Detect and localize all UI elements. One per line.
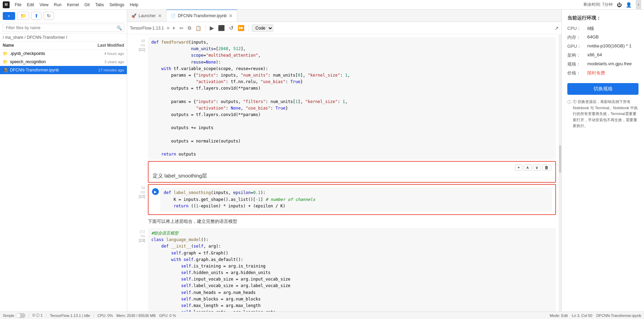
arch-label: 架构： <box>567 52 585 58</box>
list-item[interactable]: 📓 DFCNN-Transformer.ipynb 17 minutes ago <box>0 66 127 74</box>
status-bar: Simple 0 ⓘ 1 TensorFlow-1.13.1 | Idle CP… <box>0 311 644 319</box>
file-list: 📁 .ipynb_checkpoints 4 hours ago 📁 speec… <box>0 49 127 311</box>
code-cell-content[interactable]: def label_smoothing(inputs, epsilon=0.1)… <box>160 187 552 212</box>
fastforward-button[interactable]: ⏩ <box>236 24 246 32</box>
scrollbar-thumb[interactable] <box>559 145 561 173</box>
menu-help[interactable]: Help <box>128 2 141 8</box>
copy-button[interactable]: ⧉ <box>186 24 193 32</box>
markdown-content: 定义 label_smoothing层 <box>153 173 551 179</box>
focused-cell-container[interactable]: + ∧ ∨ 🗑 定义 label_smoothing层 <box>148 161 556 183</box>
cell-row: 68ms [11] def feedforward(inputs, num_un… <box>127 37 559 160</box>
timer-display: 剩余时间: 7分钟 <box>583 2 613 8</box>
col-modified-header: Last Modified <box>76 43 124 48</box>
toggle-track[interactable] <box>16 313 25 318</box>
restart-button[interactable]: ↺ <box>228 24 235 32</box>
menu-view[interactable]: View <box>37 2 51 8</box>
edit-mode: Mode: Edit <box>550 314 568 318</box>
file-modified: 3 years ago <box>76 60 124 64</box>
folder-icon: 📁 <box>3 59 8 64</box>
menu-file[interactable]: File <box>12 2 24 8</box>
cell-delete-btn[interactable]: 🗑 <box>542 164 551 171</box>
menu-run[interactable]: Run <box>52 2 64 8</box>
paste-button[interactable]: 📋 <box>194 25 203 32</box>
scrollbar[interactable] <box>559 34 561 311</box>
cell-gutter-5: 172ms [13] <box>127 228 148 311</box>
spec-label: 规格： <box>567 61 585 67</box>
cell-down-btn[interactable]: ∨ <box>533 164 541 171</box>
cell-row-5: 172ms [13] #组合语言模型 class language_model(… <box>127 228 559 311</box>
menu-git[interactable]: Git <box>82 2 92 8</box>
right-panel: 当前运行环境： CPU： 8核 内存： 64GB GPU： nvidia-p10… <box>561 10 644 311</box>
tab-launcher[interactable]: 🚀 Launcher ✕ <box>127 10 166 22</box>
launcher-tab-close[interactable]: ✕ <box>158 13 162 19</box>
stop-button[interactable]: ⬛ <box>217 24 226 32</box>
cell-row-focused: + ∧ ∨ 🗑 定义 label_smoothing层 <box>127 161 559 183</box>
cell-gutter: 58ms [12] <box>127 184 148 215</box>
search-icon: 🔍 <box>117 25 122 31</box>
mem-value: 64GB <box>587 34 599 41</box>
new-file-button[interactable]: + <box>3 12 15 20</box>
arch-value: x86_64 <box>587 52 602 58</box>
list-item[interactable]: 📁 speech_recognition 3 years ago <box>0 58 127 66</box>
menu-kernel[interactable]: Kernel <box>65 2 81 8</box>
refresh-icon-btn[interactable]: ↻ <box>44 12 54 20</box>
folder-icon-btn[interactable]: 📁 <box>17 12 29 20</box>
cell-gutter-empty2 <box>127 216 148 227</box>
col-name-header: Name <box>3 43 76 48</box>
launcher-tab-label: Launcher <box>139 13 156 18</box>
run-button[interactable]: ▶ <box>208 24 215 32</box>
cursor-position: Ln 3, Col 50 <box>572 314 592 318</box>
run-cell-button[interactable]: ▶ <box>152 188 159 195</box>
notebook-content: 68ms [11] def feedforward(inputs, num_un… <box>127 34 561 311</box>
file-name: .ipynb_checkpoints <box>10 51 76 56</box>
git-status: 0 ⓘ 1 <box>33 313 43 318</box>
mem-status: Mem: 2530 / 65536 MB <box>116 314 155 318</box>
notebook-toolbar: TensorFlow-1.13.1 + ✂ ⧉ 📋 ▶ ⬛ ↺ ⏩ Code ↗ <box>127 22 561 34</box>
switch-spec-button[interactable]: 切换规格 <box>567 83 638 95</box>
notebook-area: 🚀 Launcher ✕ 📄 DFCNN-Transformer.ipynb ✕… <box>127 10 561 311</box>
mem-label: 内存： <box>567 34 585 41</box>
user-icon[interactable]: 👤 <box>626 2 632 8</box>
simple-label: Simple <box>3 314 14 318</box>
menu-settings[interactable]: Settings <box>107 2 127 8</box>
upload-icon-btn[interactable]: ⬆ <box>31 12 42 20</box>
menu-edit[interactable]: Edit <box>24 2 36 8</box>
power-icon[interactable]: ⏻ <box>617 2 622 8</box>
cell-gutter-empty <box>127 161 148 183</box>
cell-add-btn[interactable]: + <box>515 164 522 171</box>
list-item[interactable]: 📁 .ipynb_checkpoints 4 hours ago <box>0 49 127 58</box>
code-cell-focused-container[interactable]: ▶ def label_smoothing(inputs, epsilon=0.… <box>148 184 556 215</box>
file-name: DFCNN-Transformer.ipynb <box>10 68 76 72</box>
code-cell-5[interactable]: #组合语言模型 class language_model(): def __in… <box>148 228 556 311</box>
file-modified: 17 minutes ago <box>76 68 124 72</box>
kernel-info-status: TensorFlow-1.13.1 | Idle <box>50 314 90 318</box>
scroll-area[interactable]: 68ms [11] def feedforward(inputs, num_un… <box>127 34 559 311</box>
cpu-label: CPU： <box>567 25 585 32</box>
price-label: 价格： <box>567 70 585 76</box>
share-icon[interactable]: ↗ <box>555 25 559 31</box>
search-input[interactable] <box>3 24 124 32</box>
code-cell[interactable]: def feedforward(inputs, num_units=[2048,… <box>148 37 556 160</box>
cell-row-code-focused: 58ms [12] ▶ def label_smoothing(inputs, … <box>127 184 559 215</box>
cell-up-btn[interactable]: ∧ <box>524 164 532 171</box>
menu-tabs[interactable]: Tabs <box>93 2 106 8</box>
separator-2 <box>46 313 46 318</box>
file-name: speech_recognition <box>10 59 76 64</box>
cell-time-5: 172ms <box>127 230 145 238</box>
add-cell-button[interactable]: + <box>171 24 177 32</box>
tab-bar: 🚀 Launcher ✕ 📄 DFCNN-Transformer.ipynb ✕ <box>127 10 561 22</box>
cell-type-select[interactable]: Code <box>252 24 273 32</box>
kernel-status-indicator <box>167 27 170 30</box>
right-panel-title: 当前运行环境： <box>567 15 638 21</box>
tab-notebook[interactable]: 📄 DFCNN-Transformer.ipynb ✕ <box>166 10 237 22</box>
separator-3 <box>94 313 94 318</box>
cell-number: [12] <box>127 194 145 198</box>
notebook-tab-icon: 📄 <box>171 13 176 18</box>
cell-body: def feedforward(inputs, num_units=[2048,… <box>148 37 556 160</box>
cell-gutter: 68ms [11] <box>127 37 148 160</box>
notebook-icon: 📓 <box>3 68 8 72</box>
simple-toggle[interactable]: Simple <box>3 313 25 318</box>
notebook-tab-close[interactable]: ✕ <box>229 13 233 19</box>
cpu-status: CPU: 0% <box>97 314 113 318</box>
scissors-button[interactable]: ✂ <box>178 25 185 32</box>
